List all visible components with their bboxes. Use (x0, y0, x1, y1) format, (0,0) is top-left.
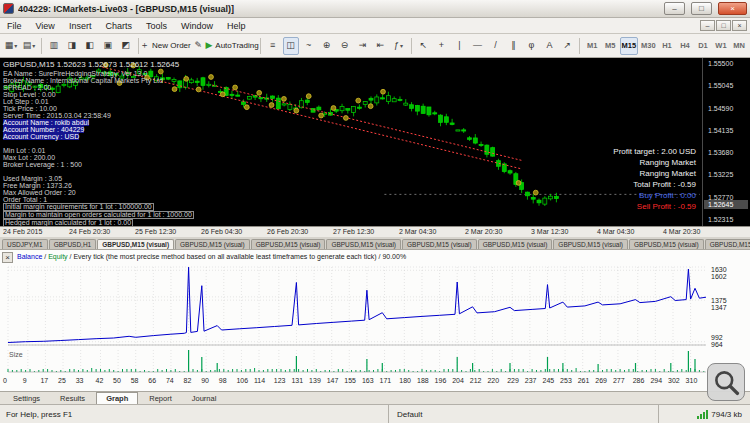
cursor-icon: ↖ (420, 41, 428, 50)
menu-view[interactable]: View (29, 20, 62, 32)
ea-info-line: Min Lot : 0.01 (3, 147, 45, 154)
strategy-tester-button[interactable]: ◩ (118, 37, 134, 55)
zoom-out-button[interactable]: ⊖ (337, 37, 353, 55)
horizontal-line-button[interactable]: ― (469, 37, 485, 55)
menu-help[interactable]: Help (220, 20, 253, 32)
autotrading-icon: ▶ (205, 41, 212, 50)
chart-tab[interactable]: GBPUSD,M15 (visual) (629, 239, 704, 249)
trade-axis-label: 33 (76, 377, 84, 384)
chart-close-button[interactable]: × (732, 20, 747, 31)
ea-status-line: Ranging Market (613, 157, 696, 168)
chart-minimize-button[interactable]: – (700, 20, 715, 31)
profiles-button[interactable]: ▤▾ (21, 37, 37, 55)
chart-shift-button[interactable]: ⇤ (373, 37, 389, 55)
text-label-button[interactable]: A (541, 37, 557, 55)
trade-axis-label: 147 (327, 377, 339, 384)
maximize-button[interactable]: □ (691, 2, 712, 15)
data-window-button[interactable]: ◨ (64, 37, 80, 55)
tester-tab-report[interactable]: Report (140, 393, 181, 404)
arrow-objects-button[interactable]: ↗ (559, 37, 575, 55)
chart-restore-button[interactable]: □ (716, 20, 731, 31)
tf-h1-button[interactable]: H1 (659, 37, 675, 55)
tester-panel: × Balance / Equity / Every tick (the mos… (0, 249, 750, 391)
candle-chart-button[interactable]: ◫ (283, 37, 299, 55)
time-axis-label: 4 Mar 04:30 (597, 228, 634, 235)
tf-m5-button[interactable]: M5 (602, 37, 618, 55)
trade-axis-label: 155 (344, 377, 356, 384)
autotrading-button[interactable]: ▶AutoTrading (208, 37, 256, 55)
minimize-button[interactable]: – (664, 2, 685, 15)
tf-m30-button[interactable]: M30 (640, 37, 657, 55)
menu-file[interactable]: File (0, 20, 29, 32)
bar-chart-button[interactable]: ≡ (265, 37, 281, 55)
trade-axis-label: 302 (668, 377, 680, 384)
time-axis-label: 2 Mar 20:30 (465, 228, 502, 235)
metaeditor-button[interactable]: ✎ (190, 37, 206, 55)
time-axis-label: 24 Feb 2015 (3, 228, 42, 235)
chart-tab[interactable]: USDJPY,M1 (2, 239, 48, 249)
svg-text:964: 964 (711, 341, 723, 348)
chart-tab[interactable]: GBPUSD,M15 (visual) (402, 239, 477, 249)
chart-tab[interactable]: GBPUSD,H1 (49, 239, 97, 249)
tf-d1-button[interactable]: D1 (695, 37, 711, 55)
channel-button[interactable]: ∥ (505, 37, 521, 55)
time-axis[interactable]: 24 Feb 201524 Feb 20:3025 Feb 12:3026 Fe… (0, 226, 750, 237)
trade-axis-label: 74 (166, 377, 174, 384)
balance-graph[interactable]: 1630160213751347992964 (0, 264, 750, 348)
chart-tab[interactable]: GBPUSD,M15 (visual) (553, 239, 628, 249)
new-chart-button[interactable]: ▦▾ (3, 37, 19, 55)
trade-axis-label: 25 (58, 377, 66, 384)
zoom-overlay-button[interactable] (707, 363, 745, 401)
tf-m15-button[interactable]: M15 (620, 37, 637, 55)
cursor-button[interactable]: ↖ (415, 37, 431, 55)
menu-window[interactable]: Window (174, 20, 220, 32)
close-button[interactable]: × (718, 2, 747, 15)
terminal-button[interactable]: ▣ (100, 37, 116, 55)
tf-d1-label: D1 (698, 41, 708, 50)
data-window-icon: ◨ (68, 41, 77, 50)
new-chart-icon: ▦ (5, 41, 14, 50)
tester-close-button[interactable]: × (2, 252, 13, 263)
tester-tab-journal[interactable]: Journal (183, 393, 226, 404)
menu-charts[interactable]: Charts (98, 20, 139, 32)
zoom-in-button[interactable]: ⊕ (319, 37, 335, 55)
chart-tab[interactable]: GBPUSD,M15 (visual) (478, 239, 553, 249)
lot-size-graph[interactable] (0, 350, 750, 374)
tf-m1-button[interactable]: M1 (584, 37, 600, 55)
chart-tab[interactable]: GBPUSD,M15 (visual) (705, 239, 750, 249)
trade-axis-label: 114 (254, 377, 265, 384)
tester-tab-results[interactable]: Results (51, 393, 94, 404)
chart-tab[interactable]: GBPUSD,M15 (visual) (175, 239, 250, 249)
market-watch-button[interactable]: ▥ (46, 37, 62, 55)
trade-axis-label: 261 (578, 377, 590, 384)
chart-tab[interactable]: GBPUSD,M15 (visual) (251, 239, 326, 249)
chart-tab[interactable]: GBPUSD,M15 (visual) (97, 239, 174, 249)
crosshair-button[interactable]: + (433, 37, 449, 55)
indicators-button[interactable]: ƒ▾ (391, 37, 407, 55)
trade-axis-label: 66 (148, 377, 156, 384)
tester-tab-graph[interactable]: Graph (96, 392, 138, 405)
chart-area[interactable]: GBPUSD,M15 1.52623 1.52673 1.52612 1.526… (0, 58, 750, 226)
chart-tab[interactable]: GBPUSD,M15 (visual) (326, 239, 401, 249)
auto-scroll-button[interactable]: ⇥ (355, 37, 371, 55)
menu-tools[interactable]: Tools (139, 20, 174, 32)
tf-w1-button[interactable]: W1 (713, 37, 729, 55)
trade-axis-label: 269 (595, 377, 607, 384)
price-scale[interactable]: 1.555001.550451.545901.541351.536801.532… (702, 58, 750, 226)
navigator-button[interactable]: ◧ (82, 37, 98, 55)
tf-h4-button[interactable]: H4 (677, 37, 693, 55)
price-scale-label: 1.55045 (708, 82, 733, 89)
trade-axis-label: 171 (380, 377, 392, 384)
auto-scroll-icon: ⇥ (359, 41, 367, 50)
trendline-button[interactable]: / (487, 37, 503, 55)
tf-mn-button[interactable]: MN (731, 37, 747, 55)
tester-tab-settings[interactable]: Settings (4, 393, 49, 404)
vertical-line-button[interactable]: | (451, 37, 467, 55)
toolbar: ▦▾▤▾▥◨◧▣◩＋New Order✎▶AutoTrading≡◫~⊕⊖⇥⇤ƒ… (0, 34, 750, 58)
fibonacci-button[interactable]: φ (523, 37, 539, 55)
trade-number-axis: 0917253342505866748290981061141231311391… (0, 377, 750, 387)
menu-insert[interactable]: Insert (62, 20, 99, 32)
time-axis-label: 2 Mar 04:30 (399, 228, 436, 235)
line-chart-button[interactable]: ~ (301, 37, 317, 55)
new-order-button[interactable]: ＋New Order (143, 37, 189, 55)
